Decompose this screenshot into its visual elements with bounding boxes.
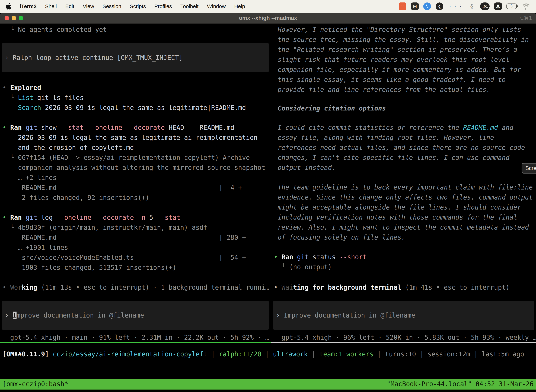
- left-pane[interactable]: └ No agents completed yet› Ralph loop ac…: [0, 23, 271, 342]
- terminal-line: references need actual files, and since …: [274, 143, 536, 153]
- waiting-status-line: • Waiting for background terminal (1m 41…: [274, 282, 536, 292]
- pane-border-bottom-left: [0, 342, 271, 343]
- apple-menu-icon[interactable]: [6, 3, 12, 10]
- screen-share-overlay[interactable]: Scre: [522, 163, 536, 173]
- window-title: omx --xhigh --madmax: [0, 13, 536, 23]
- terminal-line: 2026-03-09-is-legal-the-same-as-legitima…: [2, 133, 271, 143]
- dots-grid-icon[interactable]: ⋮⋮⋮: [448, 2, 463, 10]
- terminal-line: Search 2026-03-09-is-legal-the-same-as-l…: [2, 103, 271, 113]
- terminal-line: the source tree, missing the essay. Stil…: [274, 35, 536, 45]
- terminal-line: 2 files changed, 92 insertions(+): [2, 193, 271, 203]
- terminal-line: └ List git ls-files: [2, 93, 271, 103]
- hook-icon[interactable]: §: [468, 2, 475, 10]
- terminal-line: … +1901 lines: [2, 243, 271, 252]
- titlebar: omx --xhigh --madmax ⌥⌘1: [0, 13, 536, 23]
- right-pane[interactable]: However, I noticed the "Directory Struct…: [271, 23, 536, 342]
- prompt-input-left[interactable]: › Improve documentation in @filename: [2, 301, 269, 330]
- terminal-line: … +2 lines: [2, 173, 271, 183]
- tmux-status-bar: [omx-cczip0:bash* "MacBook-Pro-44.local"…: [0, 379, 536, 390]
- shield-grid-icon[interactable]: ⊞: [411, 2, 419, 10]
- pane-divider[interactable]: [271, 23, 271, 343]
- terminal-line: 1903 files changed, 513517 insertions(+): [2, 263, 271, 273]
- terminal-line: output instead.: [274, 163, 536, 173]
- terminal-line: However, I noticed the "Directory Struct…: [274, 25, 536, 35]
- terminal-line: companion file, especially if more comme…: [274, 65, 536, 75]
- terminal-line: └ (no output): [274, 262, 536, 272]
- terminal-line: └ 4b9d30f (origin/main, instructkr/main,…: [2, 223, 271, 233]
- menubar-items: iTerm2ShellEditViewSessionScriptsProfile…: [20, 3, 245, 9]
- terminal-line: provide file and line references from th…: [274, 85, 536, 95]
- terminal-line: changes, I can't cite specific file line…: [274, 153, 536, 163]
- tmux-host-label: "MacBook-Pro-44.local" 04:52 31-Mar-26: [387, 379, 534, 390]
- pane-border-bottom-right: [271, 342, 536, 343]
- menu-item-toolbelt[interactable]: Toolbelt: [180, 3, 199, 9]
- terminal-line: this single essay, it seems like a good …: [274, 75, 536, 85]
- terminal-line: and-the-erosion-of-copyleft.md: [2, 143, 271, 153]
- window-shortcut-label: ⌥⌘1: [518, 13, 532, 23]
- screen-recording-icon[interactable]: ▢: [399, 2, 407, 10]
- pane-status-left: gpt-5.4 xhigh · main · 91% left · 2.31M …: [2, 332, 271, 342]
- terminal-line: the "Related research writing" section i…: [274, 45, 536, 55]
- menubar-status: ▢⊞ϟ❮⋮⋮⋮§..61Aϟ: [399, 2, 530, 10]
- menu-item-shell[interactable]: Shell: [45, 3, 57, 9]
- injected-prompt-box: › Ralph loop active continue [OMX_TMUX_I…: [2, 43, 269, 72]
- terminal-line: └ No agents completed yet: [2, 25, 271, 35]
- terminal-line: • Ran git log --oneline --decorate -n 5 …: [2, 213, 271, 223]
- terminal-line: src/voice/voiceModeEnabled.ts | 54 +: [2, 252, 271, 263]
- terminal-line: companion analysis without altering the …: [2, 163, 271, 173]
- terminal-line: README.md | 4 +: [2, 183, 271, 193]
- prompt-input-right[interactable]: › Improve documentation in @filename: [273, 301, 534, 330]
- iterm2-window: omx --xhigh --madmax ⌥⌘1 └ No agents com…: [0, 13, 536, 392]
- terminal-line: including verification notes with those …: [274, 212, 536, 222]
- menu-item-window[interactable]: Window: [207, 3, 226, 9]
- arc-browser-icon[interactable]: ❮: [436, 2, 443, 10]
- menu-item-help[interactable]: Help: [234, 3, 245, 9]
- terminal-line: The team guideline is to back every impo…: [274, 182, 536, 192]
- pane-status-right: gpt-5.4 xhigh · 96% left · 520K in · 5.8…: [274, 332, 536, 342]
- terminal-line: README.md | 280 +: [2, 233, 271, 243]
- screen-share-overlay-label: Scre: [525, 165, 536, 171]
- bolt-badge-icon[interactable]: ϟ: [423, 2, 431, 10]
- reasoning-heading: Considering citation options: [274, 103, 536, 113]
- terminal-line: I could cite commit statistics or refere…: [274, 123, 536, 133]
- terminal-line: • Ran git show --stat --oneline --decora…: [2, 123, 271, 133]
- menu-item-iterm2[interactable]: iTerm2: [20, 3, 37, 9]
- terminal-line: evidence. Since this change only affects…: [274, 192, 536, 202]
- terminal-line: review. Also, I might want to inspect th…: [274, 222, 536, 232]
- a-badge-icon[interactable]: A: [494, 2, 502, 10]
- battery-61-icon[interactable]: ..61: [480, 2, 490, 10]
- wifi-icon[interactable]: [521, 3, 530, 10]
- omx-status-bar: [OMX#0.11.9] cczip/essay/ai-reimplementa…: [2, 349, 536, 359]
- menu-item-scripts[interactable]: Scripts: [130, 3, 146, 9]
- menu-item-profiles[interactable]: Profiles: [154, 3, 172, 9]
- menu-item-session[interactable]: Session: [103, 3, 121, 9]
- menubar: iTerm2ShellEditViewSessionScriptsProfile…: [0, 0, 536, 13]
- terminal-line: of focusing solely on file lines.: [274, 232, 536, 242]
- terminal-line: slight risk that future readers may over…: [274, 55, 536, 65]
- menu-item-edit[interactable]: Edit: [65, 3, 74, 9]
- battery-charging-icon[interactable]: ϟ: [507, 4, 517, 9]
- terminal-line: └ 067f154 (HEAD -> essay/ai-reimplementa…: [2, 153, 271, 163]
- tmux-window-label[interactable]: [omx-cczip0:bash*: [2, 379, 68, 390]
- terminal-line: might be acceptable alongside the file l…: [274, 202, 536, 212]
- terminal-line: • Ran git status --short: [274, 252, 536, 262]
- menu-item-view[interactable]: View: [83, 3, 94, 9]
- terminal-line: • Explored: [2, 83, 271, 93]
- working-status-line: • Working (11m 13s • esc to interrupt) ·…: [2, 282, 271, 292]
- screen: { "menubar": { "items": [ {"label": "iTe…: [0, 0, 536, 392]
- terminal-line: essay file, along with finding root file…: [274, 133, 536, 143]
